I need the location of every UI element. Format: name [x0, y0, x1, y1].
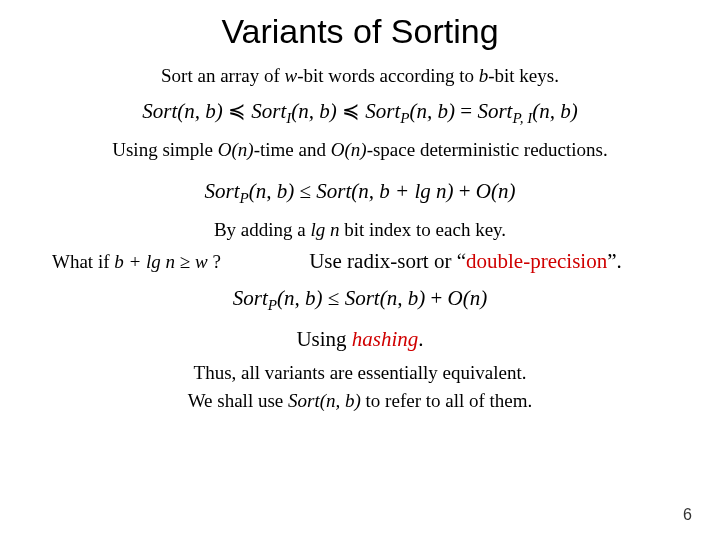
plus-2: + [425, 286, 447, 310]
intro-line: Sort an array of w-bit words according t… [30, 65, 690, 87]
red-c: -space deterministic reductions. [367, 139, 608, 160]
hash-a: Using [296, 327, 351, 351]
sortp-1: Sort [204, 179, 239, 203]
var-b: b [479, 65, 489, 86]
intro-c: -bit keys. [488, 65, 559, 86]
sortp-2: Sort [316, 179, 351, 203]
argh-1: (n, b) [277, 286, 323, 310]
intro-a: Sort an array of [161, 65, 284, 86]
index-line: By adding a lg n bit index to each key. [30, 219, 690, 241]
sub-3: P [400, 110, 409, 126]
sort-1: Sort [142, 99, 177, 123]
reductions-line: Using simple O(n)-time and O(n)-space de… [30, 139, 690, 161]
whatif-prefix: What if [52, 251, 114, 272]
arg-3: (n, b) [410, 99, 456, 123]
hash-b: hashing [352, 327, 419, 351]
op-1: ≼ [223, 99, 252, 123]
page-number: 6 [683, 506, 692, 524]
close-fn: Sort [288, 390, 320, 411]
inequality-chain: Sort(n, b) ≼ SortI(n, b) ≼ SortP(n, b) =… [30, 99, 690, 127]
le-2: ≤ [323, 286, 345, 310]
op-2: ≼ [337, 99, 366, 123]
whatif-cond: b + lg n ≥ w [114, 251, 207, 272]
whatif-answer: Use radix-sort or “double-precision”. [221, 249, 690, 274]
plus-1: + [454, 179, 476, 203]
arg-2: (n, b) [291, 99, 337, 123]
subh-1: P [268, 298, 277, 314]
argp-1: (n, b) [249, 179, 295, 203]
whatif-q: ? [208, 251, 221, 272]
idx-a: By adding a [214, 219, 311, 240]
lgn: lg n [311, 219, 340, 240]
argh-2: (n, b) [380, 286, 426, 310]
sort-4: Sort [477, 99, 512, 123]
hash-c: . [418, 327, 423, 351]
red-a: Using simple [112, 139, 218, 160]
on-1: O(n) [218, 139, 254, 160]
onp: O(n) [476, 179, 516, 203]
closing-1: Thus, all variants are essentially equiv… [30, 362, 690, 384]
ans-red: double-precision [466, 249, 607, 273]
slide-title: Variants of Sorting [30, 12, 690, 51]
closing-2: We shall use Sort(n, b) to refer to all … [30, 390, 690, 412]
onh: O(n) [447, 286, 487, 310]
le-1: ≤ [294, 179, 316, 203]
arg-4: (n, b) [532, 99, 578, 123]
subp-1: P [239, 190, 248, 206]
sort-3: Sort [365, 99, 400, 123]
sort-2: Sort [251, 99, 286, 123]
var-w: w [285, 65, 298, 86]
close-b: to refer to all of them. [361, 390, 532, 411]
arg-1: (n, b) [177, 99, 223, 123]
whatif-question: What if b + lg n ≥ w ? [30, 251, 221, 273]
on-2: O(n) [331, 139, 367, 160]
close-arg: (n, b) [320, 390, 361, 411]
ans-b: ”. [607, 249, 622, 273]
sorth-1: Sort [233, 286, 268, 310]
red-b: -time and [254, 139, 331, 160]
ans-a: Use radix-sort or “ [309, 249, 466, 273]
argp-2: (n, b + lg n) [351, 179, 453, 203]
hashing-line: Using hashing. [30, 327, 690, 352]
sub-4: P, I [512, 110, 532, 126]
intro-b: -bit words according to [297, 65, 479, 86]
sorth-2: Sort [345, 286, 380, 310]
whatif-row: What if b + lg n ≥ w ? Use radix-sort or… [30, 249, 690, 274]
inequality-p-lg: SortP(n, b) ≤ Sort(n, b + lg n) + O(n) [30, 179, 690, 207]
idx-b: bit index to each key. [340, 219, 507, 240]
close-a: We shall use [188, 390, 288, 411]
eq: = [455, 99, 477, 123]
inequality-p-hash: SortP(n, b) ≤ Sort(n, b) + O(n) [30, 286, 690, 314]
